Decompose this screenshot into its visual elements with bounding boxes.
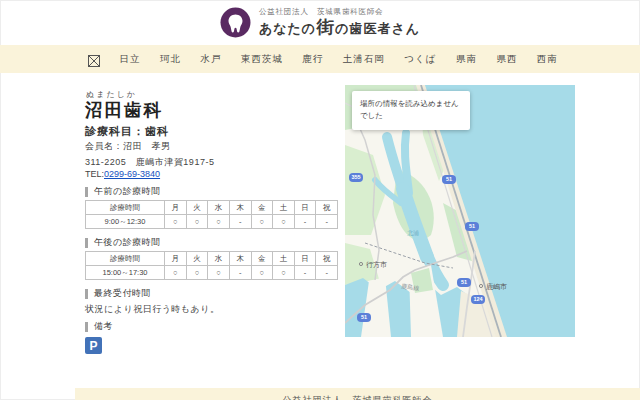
- footer-org-name: 公益社団法人 茨城県歯科医師会: [283, 394, 433, 400]
- availability-cell: ○: [186, 266, 208, 280]
- map-error-card: 場所の情報を読み込めません でした: [352, 91, 470, 130]
- nav-item-8[interactable]: 県西: [496, 53, 517, 66]
- nav-item-5[interactable]: 土浦石岡: [343, 53, 385, 66]
- afternoon-hours-table: 診療時間月火水木金土日祝15:00～17:30○○○-○○--: [85, 251, 338, 280]
- map-error-line2: でした: [360, 110, 462, 122]
- org-name: 公益社団法人 茨城県歯科医師会: [259, 7, 420, 17]
- nav-item-4[interactable]: 鹿行: [302, 53, 323, 66]
- nav-item-1[interactable]: 珂北: [160, 53, 181, 66]
- map-label-namegata: 行方市: [366, 260, 387, 269]
- map-label-kashima: 鹿嶋市: [486, 282, 507, 291]
- morning-hours-table: 診療時間月火水木金土日祝9:00～12:30○○○-○○--: [85, 200, 338, 229]
- nav-item-6[interactable]: つくば: [404, 53, 436, 66]
- nav-item-0[interactable]: 日立: [119, 53, 140, 66]
- col-header: 金: [251, 201, 273, 215]
- route-shield-355: 355: [349, 173, 363, 182]
- footer: 公益社団法人 茨城県歯科医師会: [75, 388, 640, 400]
- clinic-tel: TEL:0299-69-3840: [85, 169, 160, 179]
- col-header: 祝: [316, 252, 338, 266]
- col-header: 火: [186, 252, 208, 266]
- region-navbar: 日立珂北水戸東西茨城鹿行土浦石岡つくば県南県西西南: [0, 45, 640, 73]
- availability-cell: -: [316, 215, 338, 229]
- section-last-reception: 最終受付時間: [85, 287, 151, 300]
- route-shield-51: 51: [465, 222, 479, 231]
- section-afternoon-hours: 午後の診療時間: [85, 236, 161, 249]
- availability-cell: ○: [186, 215, 208, 229]
- home-broken-image-icon[interactable]: [88, 53, 100, 65]
- col-header: 水: [208, 252, 230, 266]
- route-shield-51: 51: [457, 278, 471, 287]
- availability-cell: -: [294, 266, 316, 280]
- availability-cell: -: [229, 266, 251, 280]
- col-header: 木: [229, 201, 251, 215]
- availability-cell: -: [316, 266, 338, 280]
- route-shield-51: 51: [357, 313, 371, 322]
- route-shield-124: 124: [471, 295, 485, 304]
- nav-item-9[interactable]: 西南: [537, 53, 558, 66]
- col-header: 水: [208, 201, 230, 215]
- time-range-cell: 9:00～12:30: [86, 215, 165, 229]
- section-bar: [85, 322, 88, 332]
- col-header: 月: [165, 201, 187, 215]
- section-bar: [85, 238, 88, 248]
- availability-cell: ○: [165, 215, 187, 229]
- availability-cell: ○: [165, 266, 187, 280]
- availability-cell: ○: [251, 266, 273, 280]
- col-header: 木: [229, 252, 251, 266]
- map-label-kitaura: 北浦: [407, 229, 419, 237]
- site-logo[interactable]: 公益社団法人 茨城県歯科医師会 あなたの街の歯医者さん: [0, 7, 640, 38]
- col-header: 火: [186, 201, 208, 215]
- col-header: 診療時間: [86, 252, 165, 266]
- parking-icon: P: [85, 337, 102, 354]
- page: 公益社団法人 茨城県歯科医師会 あなたの街の歯医者さん 日立珂北水戸東西茨城鹿行…: [0, 0, 640, 400]
- availability-cell: ○: [208, 266, 230, 280]
- availability-cell: -: [294, 215, 316, 229]
- nav-item-3[interactable]: 東西茨城: [241, 53, 283, 66]
- clinic-member: 会員名：沼田 孝男: [85, 140, 171, 153]
- col-header: 日: [294, 201, 316, 215]
- availability-cell: ○: [273, 266, 295, 280]
- section-bar: [85, 187, 88, 197]
- clinic-name: 沼田歯科: [85, 98, 163, 122]
- section-bar: [85, 289, 88, 299]
- col-header: 日: [294, 252, 316, 266]
- time-range-cell: 15:00～17:30: [86, 266, 165, 280]
- col-header: 月: [165, 252, 187, 266]
- section-morning-hours: 午前の診療時間: [85, 185, 161, 198]
- section-remarks: 備考: [85, 320, 113, 333]
- brand-title: あなたの街の歯医者さん: [259, 18, 420, 38]
- map-error-line1: 場所の情報を読み込めません: [360, 98, 462, 110]
- route-shield-51: 51: [442, 175, 456, 184]
- availability-cell: ○: [208, 215, 230, 229]
- availability-cell: ○: [273, 215, 295, 229]
- nav-item-7[interactable]: 県南: [456, 53, 477, 66]
- clinic-department: 診療科目：歯科: [85, 124, 169, 139]
- tel-link[interactable]: 0299-69-3840: [104, 169, 160, 179]
- availability-cell: ○: [251, 215, 273, 229]
- last-reception-note: 状況により祝日行う時もあり。: [85, 303, 219, 316]
- nav-item-2[interactable]: 水戸: [200, 53, 221, 66]
- col-header: 金: [251, 252, 273, 266]
- clinic-address: 311-2205 鹿嶋市津賀1917-5: [85, 156, 214, 169]
- availability-cell: -: [229, 215, 251, 229]
- col-header: 土: [273, 252, 295, 266]
- map[interactable]: 行方市 鹿嶋市 鹿島線 北浦 355 51 51 51 124 51 場所の情報…: [345, 85, 575, 337]
- col-header: 祝: [316, 201, 338, 215]
- col-header: 土: [273, 201, 295, 215]
- tooth-logo-icon: [220, 7, 251, 38]
- col-header: 診療時間: [86, 201, 165, 215]
